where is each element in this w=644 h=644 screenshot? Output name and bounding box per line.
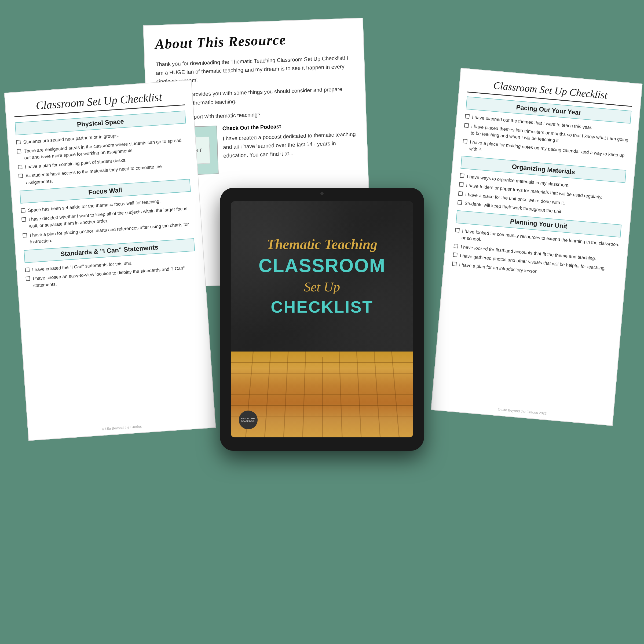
tablet-logo-text: BEYOND THE GRADE BOOK: [239, 417, 258, 423]
checkbox-icon: [23, 233, 27, 237]
checkbox-icon: [25, 268, 30, 272]
podcast-subheader: Check Out the Podcast: [222, 121, 356, 131]
checkbox-icon: [18, 164, 22, 169]
checkbox-icon: [25, 276, 30, 281]
checkbox-icon: [464, 123, 469, 127]
tablet-title-line1: Thematic Teaching: [267, 236, 378, 252]
about-title: About This Resource: [155, 29, 353, 52]
page-right: Classroom Set Up Checklist Pacing Out Yo…: [431, 68, 643, 426]
checkbox-icon: [453, 253, 458, 257]
checkbox-icon: [17, 149, 21, 153]
checkbox-icon: [21, 208, 25, 213]
tablet-screen: Thematic Teaching CLASSROOM Set Up CHECK…: [231, 201, 413, 437]
podcast-content: Check Out the Podcast I have created a p…: [222, 121, 357, 165]
checkbox-icon: [460, 173, 464, 178]
checkbox-icon: [21, 217, 26, 222]
checkbox-icon: [16, 140, 21, 144]
checkbox-icon: [458, 200, 462, 205]
checkbox-icon: [465, 114, 470, 119]
tablet-title-line2: CLASSROOM: [259, 255, 386, 276]
checkbox-icon: [458, 191, 463, 196]
checkbox-icon: [463, 139, 467, 143]
wood-stripe: [322, 357, 323, 437]
tablet-logo: BEYOND THE GRADE BOOK: [239, 411, 258, 429]
checkbox-icon: [454, 244, 458, 248]
chalkboard-area: Thematic Teaching CLASSROOM Set Up CHECK…: [231, 201, 413, 352]
wood-floor: [231, 352, 413, 437]
tablet-camera: [320, 192, 324, 195]
page-left: Classroom Set Up Checklist Physical Spac…: [4, 80, 216, 441]
checkbox-icon: [455, 228, 460, 232]
checkbox-icon: [19, 174, 23, 178]
checkbox-icon: [459, 182, 464, 187]
tablet: Thematic Teaching CLASSROOM Set Up CHECK…: [220, 188, 424, 451]
checkbox-icon: [452, 261, 457, 266]
tablet-title-line3: Set Up: [304, 279, 340, 295]
podcast-text: I have created a podcast dedicated to th…: [222, 130, 356, 160]
tablet-title-line4: CHECKLIST: [271, 297, 373, 316]
chalk-texture: [231, 201, 413, 352]
